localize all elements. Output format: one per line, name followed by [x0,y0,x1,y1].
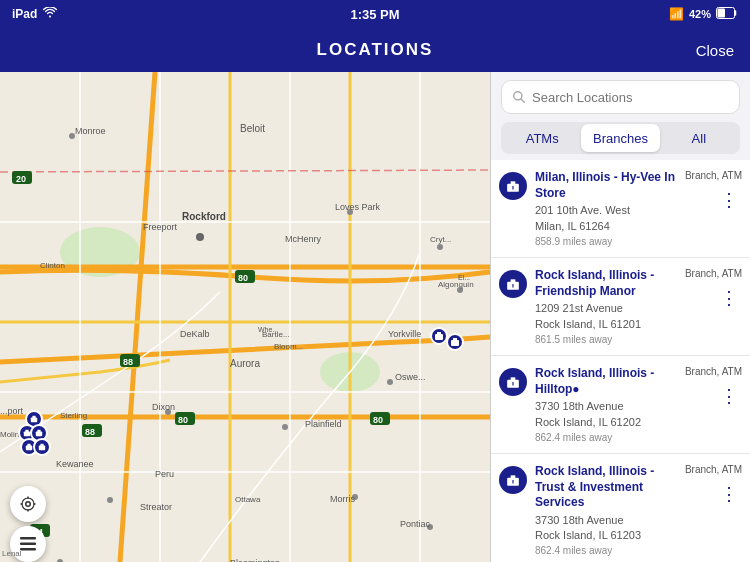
map-pin-7[interactable] [33,438,51,456]
svg-text:...port: ...port [0,406,24,416]
list-item[interactable]: Rock Island, Illinois - Hilltop● 3730 18… [491,356,750,454]
location-info-3: Rock Island, Illinois - Hilltop● 3730 18… [535,366,681,443]
location-address-3: 3730 18th Avenue Rock Island, IL 61202 [535,399,681,430]
map-pin-2[interactable] [446,333,464,351]
tab-atms[interactable]: ATMs [503,124,581,152]
svg-point-23 [437,244,443,250]
location-icon-4 [499,466,527,494]
map-label: Lenal [2,549,22,558]
svg-rect-88 [40,444,43,446]
tab-all[interactable]: All [660,124,738,152]
location-list[interactable]: Milan, Illinois - Hy-Vee In Store 201 10… [491,160,750,562]
location-icon-1 [499,172,527,200]
tab-branches[interactable]: Branches [581,124,659,152]
svg-point-19 [196,233,204,241]
location-icon-3 [499,368,527,396]
svg-point-29 [107,497,113,503]
location-info-2: Rock Island, Illinois - Friendship Manor… [535,268,681,345]
filter-tabs: ATMs Branches All [501,122,740,154]
svg-text:Monroe: Monroe [75,126,106,136]
svg-text:Morris: Morris [330,494,355,504]
svg-point-90 [22,498,34,510]
svg-text:88: 88 [85,427,95,437]
location-distance-2: 861.5 miles away [535,334,681,345]
svg-text:McHenry: McHenry [285,234,322,244]
svg-rect-92 [20,543,36,546]
svg-text:Peru: Peru [155,469,174,479]
map-area[interactable]: Beloit Monroe Dixon Freeport Rockford Lo… [0,72,490,562]
location-type-4: Branch, ATM [685,464,742,475]
device-label: iPad [12,7,37,21]
location-address-1: 201 10th Ave. West Milan, IL 61264 [535,203,681,234]
more-button-3[interactable]: ⋮ [716,385,742,407]
list-item[interactable]: Milan, Illinois - Hy-Vee In Store 201 10… [491,160,750,258]
search-icon [512,90,526,104]
location-distance-3: 862.4 miles away [535,432,681,443]
svg-text:DeKalb: DeKalb [180,329,210,339]
more-button-2[interactable]: ⋮ [716,287,742,309]
svg-text:Plainfield: Plainfield [305,419,342,429]
svg-text:Streator: Streator [140,502,172,512]
svg-text:80: 80 [238,273,248,283]
location-name-4: Rock Island, Illinois - Trust & Investme… [535,464,681,511]
svg-text:Oswe...: Oswe... [395,372,426,382]
svg-point-26 [282,424,288,430]
status-bar: iPad 1:35 PM 📶 42% [0,0,750,28]
location-meta-2: Branch, ATM ⋮ [685,268,742,309]
svg-text:Freeport: Freeport [143,222,178,232]
svg-text:Aurora: Aurora [230,358,260,369]
svg-rect-100 [511,279,516,284]
svg-text:Bloom...: Bloom... [274,342,303,351]
my-location-button[interactable] [10,486,46,522]
svg-text:Cryt...: Cryt... [430,235,451,244]
location-address-4: 3730 18th Avenue Rock Island, IL 61203 [535,513,681,544]
svg-rect-93 [20,548,36,551]
svg-text:80: 80 [373,415,383,425]
svg-text:20: 20 [16,174,26,184]
page-title: LOCATIONS [317,40,434,60]
svg-text:Yorkville: Yorkville [388,329,421,339]
location-distance-4: 862.4 miles away [535,545,681,556]
svg-rect-97 [511,181,516,186]
wifi-icon [43,7,57,21]
search-input[interactable] [532,90,729,105]
search-bar[interactable] [501,80,740,114]
svg-text:Dixon: Dixon [152,402,175,412]
location-info-4: Rock Island, Illinois - Trust & Investme… [535,464,681,557]
svg-point-94 [514,92,522,100]
svg-point-89 [26,502,31,507]
location-type-1: Branch, ATM [685,170,742,181]
location-distance-1: 858.9 miles away [535,236,681,247]
map-svg: Beloit Monroe Dixon Freeport Rockford Lo… [0,72,490,562]
battery-display: 42% [689,8,711,20]
svg-rect-82 [25,430,28,432]
svg-rect-80 [32,416,35,418]
svg-rect-78 [453,338,457,341]
svg-text:Bloomington: Bloomington [230,558,280,562]
svg-rect-103 [511,377,516,382]
main-content: Beloit Monroe Dixon Freeport Rockford Lo… [0,72,750,562]
svg-rect-76 [437,332,441,335]
svg-text:El...: El... [458,274,470,281]
svg-rect-106 [511,475,516,480]
more-button-4[interactable]: ⋮ [716,483,742,505]
location-type-2: Branch, ATM [685,268,742,279]
close-button[interactable]: Close [696,42,734,59]
svg-rect-1 [718,9,726,18]
svg-text:88: 88 [123,357,133,367]
nav-bar: LOCATIONS Close [0,28,750,72]
svg-line-95 [521,99,525,103]
svg-rect-84 [37,430,40,432]
right-panel: ATMs Branches All Milan, Illinois - Hy-V… [490,72,750,562]
svg-text:80: 80 [178,415,188,425]
list-item[interactable]: Rock Island, Illinois - Friendship Manor… [491,258,750,356]
bluetooth-icon: 📶 [669,7,684,21]
location-info-1: Milan, Illinois - Hy-Vee In Store 201 10… [535,170,681,247]
svg-text:Sterling: Sterling [60,411,87,420]
svg-point-25 [387,379,393,385]
more-button-1[interactable]: ⋮ [716,189,742,211]
battery-icon [716,7,738,21]
svg-rect-86 [27,444,30,446]
list-item[interactable]: Rock Island, Illinois - Trust & Investme… [491,454,750,562]
svg-text:Ottawa: Ottawa [235,495,261,504]
